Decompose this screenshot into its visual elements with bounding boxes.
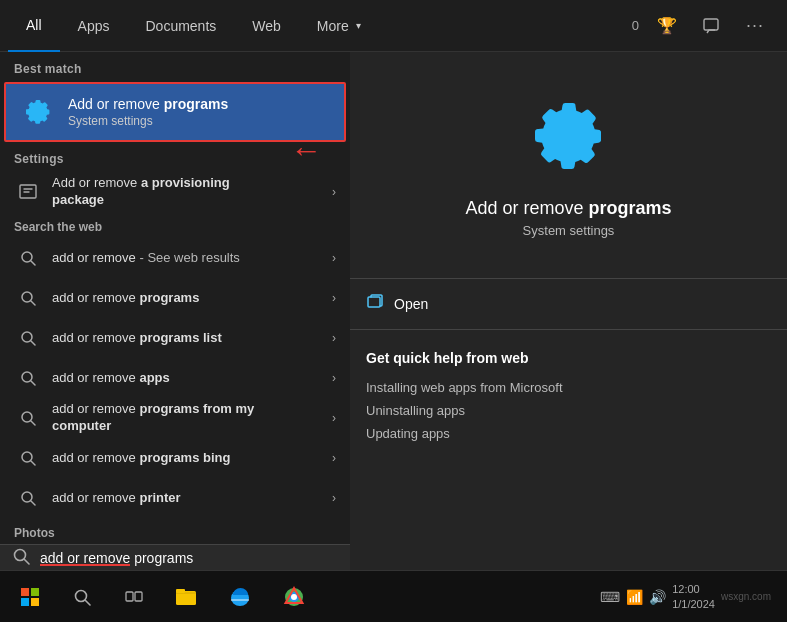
provisioning-icon — [14, 178, 42, 206]
taskbar-chrome[interactable] — [268, 571, 320, 623]
divider-1 — [350, 278, 787, 279]
web-item-text-7: add or remove printer — [52, 490, 328, 507]
chevron-right-icon-6: › — [332, 451, 336, 465]
chevron-right-icon-1: › — [332, 251, 336, 265]
svg-rect-28 — [176, 589, 185, 593]
notification-count: 0 — [632, 18, 639, 33]
taskbar-file-explorer[interactable] — [160, 571, 212, 623]
chevron-right-icon-5: › — [332, 411, 336, 425]
search-icon-3 — [14, 324, 42, 352]
svg-point-16 — [15, 549, 26, 560]
web-section-label: Search the web — [0, 212, 350, 238]
arrow-indicator: ← — [290, 132, 322, 169]
photos-section-label: Photos — [0, 518, 350, 544]
taskbar-search-button[interactable] — [56, 571, 108, 623]
svg-rect-0 — [704, 19, 718, 30]
svg-rect-26 — [135, 592, 142, 601]
web-item-text-1: add or remove - See web results — [52, 250, 328, 267]
svg-rect-22 — [31, 598, 39, 606]
svg-point-23 — [76, 590, 87, 601]
web-item-see-results[interactable]: add or remove - See web results › — [0, 238, 350, 278]
tab-apps[interactable]: Apps — [60, 0, 128, 52]
main-content: Best match Add or remove programs System… — [0, 52, 787, 570]
app-title: Add or remove programs — [465, 198, 671, 219]
web-item-programs-bing[interactable]: add or remove programs bing › — [0, 438, 350, 478]
web-item-apps[interactable]: add or remove apps › — [0, 358, 350, 398]
web-item-programs-computer[interactable]: add or remove programs from mycomputer › — [0, 398, 350, 438]
wifi-icon[interactable]: 📶 — [626, 589, 643, 605]
web-item-programs-list[interactable]: add or remove programs list › — [0, 318, 350, 358]
volume-icon[interactable]: 🔊 — [649, 589, 666, 605]
chevron-right-icon: › — [332, 185, 336, 199]
search-bar — [0, 544, 350, 570]
best-match-label: Best match — [0, 52, 350, 82]
feedback-icon[interactable] — [695, 10, 727, 42]
taskbar-right-section: ⌨ 📶 🔊 12:001/1/2024 wsxgn.com — [600, 582, 783, 611]
svg-rect-18 — [368, 297, 380, 307]
best-match-subtitle: System settings — [68, 114, 228, 128]
task-view-button[interactable] — [108, 571, 160, 623]
provisioning-text: Add or remove a provisioningpackage — [52, 175, 328, 209]
svg-rect-25 — [126, 592, 133, 601]
tab-documents[interactable]: Documents — [127, 0, 234, 52]
divider-2 — [350, 329, 787, 330]
taskbar: ⌨ 📶 🔊 12:001/1/2024 wsxgn.com — [0, 570, 787, 622]
app-detail: Add or remove programs System settings — [350, 52, 787, 274]
svg-line-9 — [31, 381, 35, 385]
trophy-icon[interactable]: 🏆 — [651, 10, 683, 42]
watermark: wsxgn.com — [721, 591, 775, 602]
search-icon-6 — [14, 444, 42, 472]
search-icon-2 — [14, 284, 42, 312]
best-match-text: Add or remove programs System settings — [68, 96, 228, 128]
open-icon — [366, 293, 384, 315]
chevron-right-icon-3: › — [332, 331, 336, 345]
web-item-text-4: add or remove apps — [52, 370, 328, 387]
app-gear-large-icon — [524, 92, 614, 182]
svg-point-32 — [291, 594, 297, 600]
right-panel: ← Add or remove programs System settings… — [350, 52, 787, 570]
svg-rect-21 — [21, 598, 29, 606]
web-item-text-6: add or remove programs bing — [52, 450, 328, 467]
svg-line-11 — [31, 421, 35, 425]
search-icon-4 — [14, 364, 42, 392]
quick-help-link-1[interactable]: Installing web apps from Microsoft — [366, 376, 771, 399]
system-tray[interactable]: ⌨ — [600, 589, 620, 605]
tab-all[interactable]: All — [8, 0, 60, 52]
app-subtitle: System settings — [523, 223, 615, 238]
quick-help-title: Get quick help from web — [366, 350, 771, 366]
quick-help-section: Get quick help from web Installing web a… — [350, 334, 787, 461]
tab-web[interactable]: Web — [234, 0, 299, 52]
search-icon-7 — [14, 484, 42, 512]
quick-help-link-3[interactable]: Updating apps — [366, 422, 771, 445]
chevron-right-icon-7: › — [332, 491, 336, 505]
web-item-text-3: add or remove programs list — [52, 330, 328, 347]
svg-line-15 — [31, 501, 35, 505]
start-button[interactable] — [4, 571, 56, 623]
search-icon — [14, 244, 42, 272]
chevron-right-icon-4: › — [332, 371, 336, 385]
svg-line-7 — [31, 341, 35, 345]
more-options-icon[interactable]: ··· — [739, 10, 771, 42]
nav-icons: 0 🏆 ··· — [632, 10, 779, 42]
search-icon-5 — [14, 404, 42, 432]
gear-icon — [20, 94, 56, 130]
open-label: Open — [394, 296, 428, 312]
svg-line-13 — [31, 461, 35, 465]
open-button[interactable]: Open — [350, 283, 787, 325]
web-item-printer[interactable]: add or remove printer › — [0, 478, 350, 518]
settings-provisioning-item[interactable]: Add or remove a provisioningpackage › — [0, 172, 350, 212]
svg-line-17 — [25, 559, 30, 564]
left-panel: Best match Add or remove programs System… — [0, 52, 350, 570]
taskbar-pinned-apps — [160, 571, 600, 623]
tab-more[interactable]: More ▾ — [299, 0, 379, 52]
web-item-text-5: add or remove programs from mycomputer — [52, 401, 328, 435]
web-item-programs[interactable]: add or remove programs › — [0, 278, 350, 318]
svg-rect-20 — [31, 588, 39, 596]
taskbar-edge[interactable] — [214, 571, 266, 623]
search-bar-icon — [12, 547, 30, 569]
quick-help-link-2[interactable]: Uninstalling apps — [366, 399, 771, 422]
svg-line-24 — [86, 600, 91, 605]
svg-line-5 — [31, 301, 35, 305]
chevron-right-icon-2: › — [332, 291, 336, 305]
chevron-down-icon: ▾ — [356, 20, 361, 31]
